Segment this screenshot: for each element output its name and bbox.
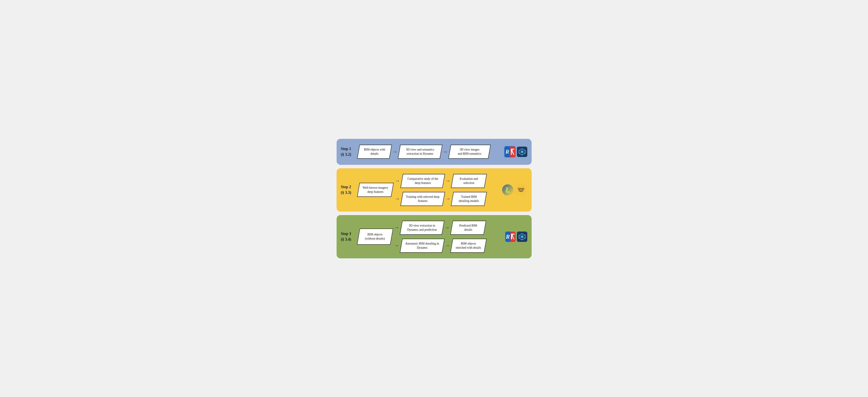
- step1-content: BIM objects with details → 3D view and s…: [358, 145, 502, 159]
- step2-top-box1: Comparative study of thedeep features: [400, 174, 445, 188]
- svg-line-11: [519, 151, 521, 151]
- step2-bot-arrow1: →: [393, 196, 402, 202]
- step2-bot-box2: Trained BIMdetailing models: [451, 192, 487, 206]
- step3-top-arrow2: →: [443, 225, 452, 230]
- step1-arrow2: →: [441, 149, 450, 155]
- svg-line-19: [523, 235, 525, 236]
- step1-box1: BIM objects with details: [357, 145, 392, 159]
- step2-top-box2: Evaluation andselection: [451, 174, 487, 188]
- step3-bot-box2: BIM objectsenriched with details: [451, 239, 487, 253]
- step3-bot-arrow1: →: [393, 243, 401, 249]
- svg-line-10: [519, 153, 521, 153]
- step2-bot-arrow2: →: [444, 196, 452, 202]
- step1-row: Step 1 (§ 3.2) BIM objects with details …: [337, 139, 532, 165]
- step3-label: Step 3 (§ 3.4): [341, 231, 358, 242]
- step3-input: BIM objects(without details): [357, 229, 393, 245]
- step2-input: Well-known imagerydeep features: [357, 183, 394, 197]
- step2-icons: 🐍 🤓: [502, 184, 527, 196]
- svg-text:R: R: [505, 148, 509, 155]
- step3-bot-box1: Automatic BIM detailing inDynamo: [400, 239, 444, 253]
- step3-icons: R: [505, 232, 527, 242]
- step2-row: Step 2 (§ 3.3) Well-known imagerydeep fe…: [337, 168, 532, 211]
- dynamo-icon2: [517, 232, 527, 242]
- step3-content: BIM objects(without details) → 3D view e…: [358, 221, 503, 253]
- svg-point-17: [521, 236, 523, 238]
- step3-row: Step 3 (§ 3.4) BIM objects(without detai…: [337, 215, 532, 258]
- step2-content: Well-known imagerydeep features → Compar…: [358, 174, 500, 206]
- revit-icon: R: [504, 146, 516, 158]
- revit-icon2: R: [505, 232, 516, 242]
- svg-line-22: [519, 237, 521, 238]
- dynamo-icon: [517, 146, 527, 157]
- step2-label: Step 2 (§ 3.3): [341, 184, 358, 195]
- step1-label: Step 1 (§ 3.2): [341, 146, 358, 157]
- sklearn-icon: 🤓: [515, 184, 527, 196]
- step2-top-arrow2: →: [444, 178, 452, 184]
- svg-point-5: [521, 151, 523, 153]
- step3-top-box2: Predicted BIMdetails: [450, 221, 486, 235]
- step3-top-box1: 3D view extraction inDynamo; and predict…: [400, 221, 444, 235]
- step3-top-arrow1: →: [393, 225, 401, 230]
- step2-bot-box1: Training with selected deepfeatures: [400, 192, 445, 206]
- svg-line-8: [523, 153, 525, 153]
- svg-line-7: [523, 151, 525, 151]
- svg-line-23: [519, 235, 521, 236]
- step1-box3: 3D view images and BIM semantics: [448, 145, 491, 159]
- step1-arrow1: →: [391, 149, 399, 155]
- svg-line-20: [523, 237, 525, 238]
- diagram-container: Step 1 (§ 3.2) BIM objects with details …: [337, 139, 532, 258]
- python-icon: 🐍: [502, 184, 514, 196]
- step3-bot-arrow2: →: [443, 243, 452, 249]
- svg-text:R: R: [505, 233, 510, 240]
- step2-top-arrow1: →: [393, 178, 402, 184]
- step1-icons: R: [504, 146, 527, 158]
- step1-box2: 3D view and semantics extraction in Dyna…: [398, 145, 442, 159]
